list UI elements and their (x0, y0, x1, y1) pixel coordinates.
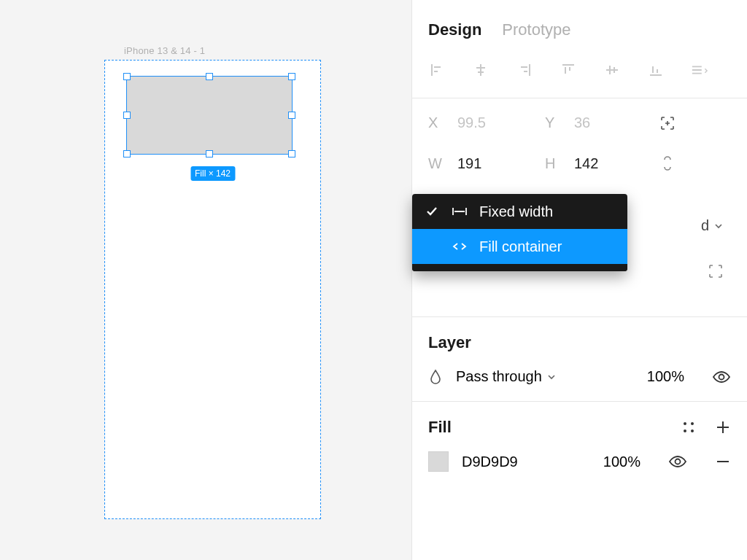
dropdown-option-fixed-width[interactable]: Fixed width (412, 194, 627, 229)
fill-section-title: Fill (428, 418, 452, 437)
resize-handle-bm[interactable] (206, 150, 213, 158)
tab-design[interactable]: Design (428, 20, 481, 39)
tab-prototype[interactable]: Prototype (502, 20, 570, 39)
align-bottom-icon[interactable] (647, 61, 665, 79)
align-right-icon[interactable] (516, 61, 533, 79)
horizontal-resize-select[interactable]: d (701, 217, 724, 234)
layer-opacity-value[interactable]: 100% (619, 368, 684, 385)
blend-mode-value: Pass through (456, 368, 542, 385)
fill-opacity-value[interactable]: 100% (575, 454, 640, 470)
align-vcenter-icon[interactable] (603, 61, 621, 79)
svg-point-3 (684, 429, 686, 432)
dropdown-fill-label: Fill container (479, 238, 562, 255)
visibility-toggle-icon[interactable] (712, 370, 731, 384)
resize-handle-mr[interactable] (288, 112, 295, 119)
frame-properties-section: X 99.5 Y 36 W 191 H 142 d (412, 98, 747, 317)
layer-section-title: Layer (428, 333, 731, 352)
svg-point-0 (719, 374, 724, 379)
selection-size-badge: Fill × 142 (190, 166, 235, 181)
inspector-panel: Design Prototype (411, 0, 747, 560)
resize-handle-ml[interactable] (123, 112, 131, 119)
w-label: W (428, 155, 457, 172)
svg-point-1 (684, 422, 686, 425)
y-value[interactable]: 36 (574, 114, 647, 131)
align-to-pixel-icon[interactable] (647, 115, 688, 131)
chevron-down-icon (546, 372, 557, 382)
panel-tabs: Design Prototype (412, 0, 747, 54)
resize-mode-dropdown: Fixed width Fill container (412, 194, 627, 271)
selected-rectangle[interactable] (126, 76, 293, 155)
remove-fill-icon[interactable] (715, 454, 731, 470)
fill-styles-icon[interactable] (681, 420, 696, 435)
check-icon (424, 205, 440, 218)
x-value[interactable]: 99.5 (457, 114, 545, 131)
distribute-icon[interactable] (691, 61, 708, 79)
blend-mode-icon[interactable] (428, 369, 443, 385)
fill-color-swatch[interactable] (428, 451, 449, 472)
frame-label[interactable]: iPhone 13 & 14 - 1 (124, 45, 205, 56)
w-value[interactable]: 191 (457, 155, 545, 172)
svg-point-4 (691, 429, 694, 432)
resize-handle-tm[interactable] (206, 73, 213, 80)
frame-iphone[interactable]: Fill × 142 (104, 60, 321, 519)
fill-visibility-icon[interactable] (668, 455, 687, 468)
align-top-icon[interactable] (560, 61, 577, 79)
svg-point-5 (676, 459, 681, 464)
horizontal-resize-value-fragment: d (701, 217, 709, 234)
add-fill-icon[interactable] (715, 419, 731, 435)
position-grid: X 99.5 Y 36 W 191 H 142 (428, 114, 731, 172)
dropdown-fixed-label: Fixed width (479, 203, 553, 220)
svg-point-2 (691, 422, 694, 425)
fill-section: Fill D9D9D9 100% (412, 402, 747, 488)
blend-mode-select[interactable]: Pass through (456, 368, 605, 385)
resize-handle-br[interactable] (288, 150, 295, 158)
resize-handle-tr[interactable] (288, 73, 295, 80)
constrain-proportions-icon[interactable] (647, 155, 688, 172)
resize-handle-bl[interactable] (123, 150, 131, 158)
clip-content-icon[interactable] (708, 263, 724, 279)
dropdown-option-fill-container[interactable]: Fill container (412, 229, 627, 264)
layer-section: Layer Pass through 100% (412, 317, 747, 402)
fill-hex-value[interactable]: D9D9D9 (462, 454, 562, 470)
align-left-icon[interactable] (428, 61, 446, 79)
fixed-width-icon (450, 206, 469, 217)
align-hcenter-icon[interactable] (472, 61, 489, 79)
x-label: X (428, 114, 457, 131)
alignment-toolbar (412, 54, 747, 98)
y-label: Y (545, 114, 574, 131)
h-value[interactable]: 142 (574, 155, 647, 172)
h-label: H (545, 155, 574, 172)
chevron-down-icon (713, 221, 724, 231)
canvas[interactable]: iPhone 13 & 14 - 1 Fill × 142 (0, 0, 411, 560)
fill-container-icon (450, 241, 469, 252)
resize-handle-tl[interactable] (123, 73, 131, 80)
